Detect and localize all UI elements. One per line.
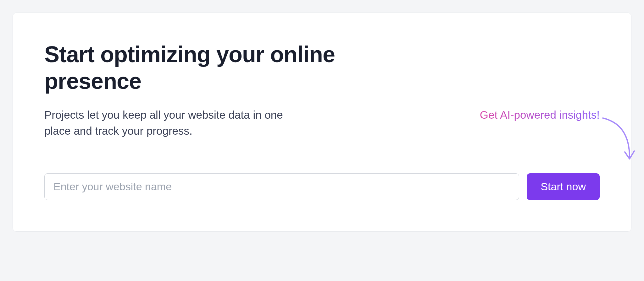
hero-subtitle: Projects let you keep all your website d… — [44, 107, 283, 139]
start-now-button[interactable]: Start now — [527, 173, 600, 200]
hero-heading: Start optimizing your online presence — [44, 41, 422, 95]
hero-content-row: Projects let you keep all your website d… — [44, 107, 600, 139]
website-name-input[interactable] — [44, 173, 519, 200]
arrow-down-icon — [600, 115, 637, 165]
callout-wrap: Get AI-powered insights! — [480, 107, 600, 123]
ai-insights-callout: Get AI-powered insights! — [480, 107, 600, 123]
input-row: Start now — [44, 173, 600, 200]
hero-card: Start optimizing your online presence Pr… — [13, 13, 631, 232]
